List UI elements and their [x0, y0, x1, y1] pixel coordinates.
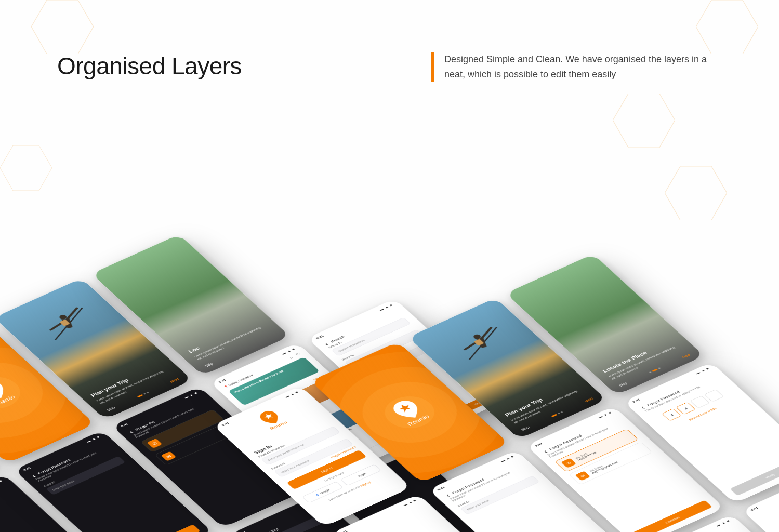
svg-marker-0: [31, 0, 94, 54]
hexagon-decoration: [696, 0, 758, 54]
search-icon[interactable]: ⌕: [288, 355, 294, 360]
sms-icon: ✆: [561, 458, 576, 468]
verify-button[interactable]: Verify: [730, 456, 779, 496]
email-icon: ✉: [575, 471, 590, 481]
otp-digit[interactable]: [704, 389, 724, 402]
explore-heading: Where to Exp: [254, 527, 279, 532]
otp-digit[interactable]: 4: [662, 408, 681, 421]
search-sub: for a place: [0, 490, 12, 524]
pin-icon: 📍: [223, 385, 229, 389]
apple-button[interactable]: Apple: [340, 464, 381, 486]
email-icon: ✉: [161, 451, 176, 461]
subtitle-block: Designed Simple and Clean. We have organ…: [431, 52, 722, 82]
subtitle-text: Designed Simple and Clean. We have organ…: [444, 52, 722, 82]
accent-bar: [431, 52, 434, 82]
google-button[interactable]: GGoogle: [302, 481, 343, 503]
header: Organised Layers Designed Simple and Cle…: [57, 52, 722, 82]
otp-digit[interactable]: 4: [676, 402, 695, 415]
sms-icon: ✆: [147, 438, 162, 448]
otp-digit[interactable]: [690, 395, 710, 408]
bell-icon[interactable]: ♡: [295, 352, 301, 356]
mockup-stage: 9:41▬ ▲ ■ Roamio Sign In Email ID/ Phone…: [0, 125, 779, 532]
splash-logo: Roamio: [0, 378, 17, 408]
continue-button[interactable]: Continue: [632, 500, 712, 532]
google-icon: G: [315, 493, 319, 496]
submit-button[interactable]: Submit: [121, 524, 201, 532]
svg-marker-1: [696, 0, 758, 54]
page-title: Organised Layers: [57, 52, 242, 80]
signup-link[interactable]: Sign up: [360, 481, 372, 487]
hexagon-decoration: [31, 0, 94, 54]
